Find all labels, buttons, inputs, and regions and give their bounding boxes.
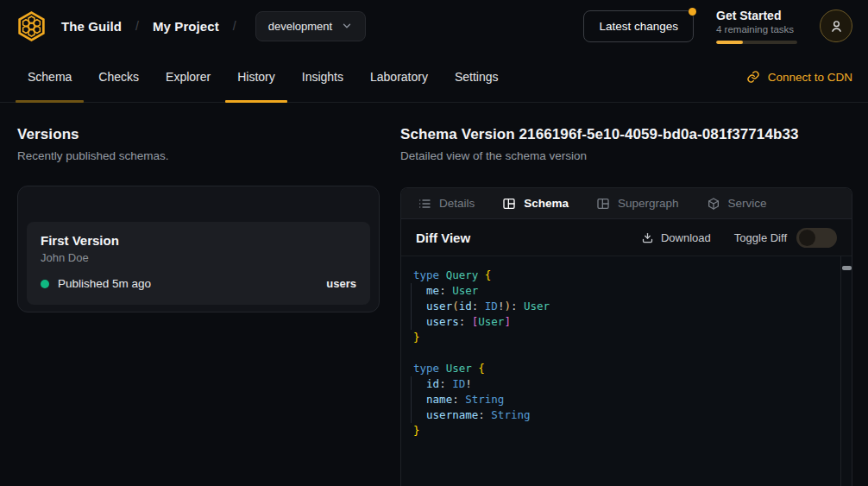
tab-underline — [225, 100, 287, 103]
detail-panel: Details Schema Supergraph Service Diff V… — [400, 187, 852, 486]
notification-dot — [689, 8, 696, 16]
get-started-progress-fill — [716, 41, 743, 44]
target-selector-value: development — [268, 20, 332, 33]
person-icon — [829, 19, 844, 34]
indent-guide — [411, 283, 412, 330]
published-status-dot — [41, 280, 49, 288]
code-line: id: ID! — [413, 376, 831, 392]
version-status-text: Published 5m ago — [58, 277, 151, 290]
version-author: John Doe — [41, 251, 356, 264]
toggle-knob — [799, 230, 815, 246]
get-started-title: Get Started — [716, 9, 797, 22]
tab-schema-view[interactable]: Schema — [502, 197, 569, 211]
get-started-subtitle: 4 remaining tasks — [716, 24, 797, 35]
code-line — [413, 345, 831, 361]
tab-checks[interactable]: Checks — [86, 52, 151, 102]
code-viewer: type Query { me: User user(id: ID!): Use… — [401, 256, 852, 486]
version-list-item[interactable]: First Version John Doe Published 5m ago … — [27, 222, 370, 305]
tab-schema[interactable]: Schema — [16, 52, 84, 102]
list-icon — [418, 197, 431, 211]
detail-tabs: Details Schema Supergraph Service — [401, 188, 852, 219]
code-line: users: [User] — [413, 314, 831, 330]
box-icon — [707, 197, 720, 211]
tab-insights[interactable]: Insights — [290, 52, 355, 102]
panels-icon — [502, 197, 516, 211]
target-selector-dropdown[interactable]: development — [255, 11, 366, 41]
code-line: user(id: ID!): User — [413, 299, 831, 314]
tab-underline — [16, 100, 84, 103]
code-line: username: String — [413, 407, 831, 423]
chevron-down-icon — [341, 20, 353, 32]
link-icon — [746, 70, 760, 84]
tab-explorer[interactable]: Explorer — [154, 52, 223, 102]
breadcrumb-project[interactable]: My Project — [153, 19, 219, 34]
get-started-progress-track — [716, 41, 797, 44]
service-name-badge: users — [326, 277, 356, 290]
tab-history[interactable]: History — [225, 52, 287, 102]
get-started-widget[interactable]: Get Started 4 remaining tasks — [716, 9, 797, 44]
toggle-diff-switch[interactable] — [796, 228, 837, 248]
tab-supergraph[interactable]: Supergraph — [596, 197, 679, 211]
breadcrumb-separator: / — [233, 19, 236, 33]
version-status-row: Published 5m ago users — [41, 277, 356, 290]
tab-service[interactable]: Service — [707, 197, 767, 211]
code-scrollbar[interactable] — [840, 256, 852, 486]
versions-title: Versions — [17, 126, 380, 143]
code-line: type Query { — [413, 268, 831, 283]
scrollbar-thumb[interactable] — [842, 266, 852, 270]
indent-guide — [411, 376, 412, 423]
toggle-diff-label: Toggle Diff — [734, 231, 787, 244]
schema-version-title: Schema Version 2166196f-5e10-4059-bd0a-0… — [400, 126, 852, 143]
code-line: name: String — [413, 392, 831, 407]
user-avatar[interactable] — [820, 9, 852, 42]
main-content: Versions Recently published schemas. Fir… — [0, 103, 868, 486]
tab-laboratory[interactable]: Laboratory — [358, 52, 440, 102]
diff-header: Diff View Download Toggle Diff — [401, 219, 852, 256]
tab-details[interactable]: Details — [418, 197, 475, 211]
latest-changes-button[interactable]: Latest changes — [583, 10, 694, 42]
app-header: The Guild / My Project / development Lat… — [0, 0, 868, 52]
panels-icon — [596, 197, 610, 211]
nav-tabs: Schema Checks Explorer History Insights … — [16, 52, 513, 102]
version-name: First Version — [41, 233, 356, 248]
diff-view-title: Diff View — [416, 230, 470, 245]
code-line: } — [413, 423, 831, 439]
versions-card: First Version John Doe Published 5m ago … — [17, 186, 380, 312]
code-block: type Query { me: User user(id: ID!): Use… — [413, 268, 831, 439]
breadcrumb-org[interactable]: The Guild — [61, 19, 122, 34]
download-button[interactable]: Download — [641, 231, 711, 244]
schema-version-subtitle: Detailed view of the schema version — [400, 149, 852, 162]
main-nav: Schema Checks Explorer History Insights … — [0, 52, 868, 103]
schema-version-detail: Schema Version 2166196f-5e10-4059-bd0a-0… — [400, 126, 852, 486]
connect-to-cdn-link[interactable]: Connect to CDN — [746, 70, 852, 84]
code-line: } — [413, 330, 831, 345]
download-icon — [641, 231, 654, 244]
code-line: me: User — [413, 283, 831, 299]
tab-settings[interactable]: Settings — [443, 52, 511, 102]
toggle-diff-control: Toggle Diff — [734, 228, 837, 248]
versions-panel: Versions Recently published schemas. Fir… — [17, 126, 380, 486]
versions-subtitle: Recently published schemas. — [17, 149, 380, 162]
hive-logo-icon[interactable] — [16, 10, 47, 42]
code-line: type User { — [413, 361, 831, 376]
breadcrumb-separator: / — [135, 19, 139, 33]
